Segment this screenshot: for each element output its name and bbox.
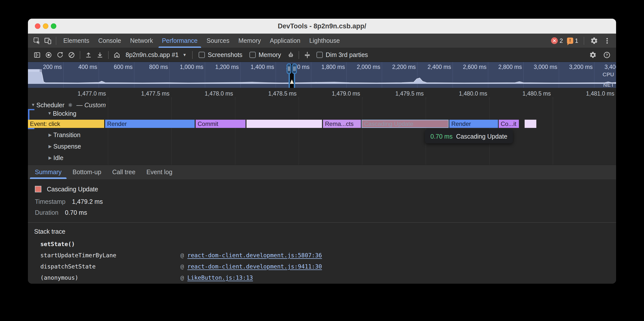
cpu-track-label: CPU xyxy=(603,71,614,78)
issues-count: 1 xyxy=(575,37,578,44)
history-select[interactable]: 8p2n9n.csb.app #1 ▼ xyxy=(126,51,187,58)
timeline-event-rema-cts[interactable]: Rema...cts xyxy=(323,120,361,128)
timeline-overview[interactable]: 200 ms400 ms600 ms800 ms1,000 ms1,200 ms… xyxy=(28,62,616,88)
expand-arrow-icon[interactable]: ▶ xyxy=(47,132,53,138)
dim-3rd-parties-checkbox[interactable]: Dim 3rd parties xyxy=(316,51,368,58)
selection-left-handle[interactable] xyxy=(286,63,291,74)
divider xyxy=(584,37,584,45)
error-icon xyxy=(551,37,558,44)
expand-arrow-icon[interactable]: ▶ xyxy=(47,155,53,160)
timeline-event-anonymous[interactable] xyxy=(524,120,536,128)
home-icon[interactable] xyxy=(111,49,122,61)
capture-settings-gear-icon[interactable] xyxy=(587,49,599,61)
chevron-down-icon: ▼ xyxy=(183,53,187,57)
help-icon[interactable]: ? xyxy=(601,49,612,61)
history-select-value: 8p2n9n.csb.app #1 xyxy=(126,51,179,58)
track-blocking[interactable]: ▼ Blocking xyxy=(28,110,616,118)
garbage-collect-icon[interactable] xyxy=(284,49,296,61)
timeline-event-render[interactable]: Render xyxy=(449,120,498,128)
ruler-tick-mark xyxy=(298,97,299,100)
details-tab-bottom-up[interactable]: Bottom-up xyxy=(67,165,107,179)
devtools-tabbar: ElementsConsoleNetworkPerformanceSources… xyxy=(28,34,616,48)
selection-right-stem xyxy=(294,72,295,88)
timeline-event-event-click[interactable]: Event: click xyxy=(28,120,104,128)
details-tabbar: SummaryBottom-upCall treeEvent log xyxy=(28,165,616,179)
reload-record-icon[interactable] xyxy=(54,49,66,61)
window-title: DevTools - 8p2n9n.csb.app/ xyxy=(28,19,616,34)
tab-application[interactable]: Application xyxy=(266,34,305,48)
tab-console[interactable]: Console xyxy=(94,34,126,48)
device-toolbar-icon[interactable] xyxy=(42,35,53,46)
ruler-tick-label: 1,480.5 ms xyxy=(501,88,551,100)
settings-gear-icon[interactable] xyxy=(589,35,600,46)
tooltip-duration: 0.70 ms xyxy=(430,133,452,140)
ruler-tick-mark xyxy=(172,97,172,100)
timeline-event-anonymous[interactable] xyxy=(246,120,322,128)
screenshots-checkbox[interactable]: Screenshots xyxy=(199,51,242,58)
details-tab-summary[interactable]: Summary xyxy=(30,165,67,179)
track-suspense[interactable]: ▶ Suspense xyxy=(28,142,616,150)
record-icon[interactable] xyxy=(43,49,54,61)
duration-value: 0.70 ms xyxy=(65,209,87,216)
toggle-sidebar-icon[interactable] xyxy=(32,49,43,61)
timeline-event-co-it[interactable]: Co...it xyxy=(499,120,519,128)
tab-network[interactable]: Network xyxy=(126,34,158,48)
duration-label: Duration xyxy=(35,209,58,216)
track-scheduler[interactable]: ▼ Scheduler — Custom xyxy=(28,101,616,109)
track-suspense-label: Suspense xyxy=(53,143,81,150)
collapse-arrow-icon[interactable]: ▼ xyxy=(46,111,53,116)
screenshots-label: Screenshots xyxy=(208,51,242,58)
selection-cpu-peak xyxy=(290,79,294,84)
timeline-event-render[interactable]: Render xyxy=(105,120,195,128)
stack-frame-source-link[interactable]: react-dom-client.development.js:9411:30 xyxy=(188,263,322,270)
stack-trace-pane: Stack trace setState()startUpdateTimerBy… xyxy=(28,222,616,284)
tab-memory[interactable]: Memory xyxy=(234,34,265,48)
blocking-events-row: Event: clickRenderCommitRema...ctsCascad… xyxy=(28,120,616,128)
timeline-event-cascading-update[interactable]: Cascading Update xyxy=(362,120,448,128)
ruler-tick-label: 1,479.5 ms xyxy=(374,88,424,100)
download-profile-icon[interactable] xyxy=(94,49,106,61)
stack-frame: startUpdateTimerByLane@react-dom-client.… xyxy=(34,250,616,261)
track-scheduler-subtitle: — Custom xyxy=(76,102,106,109)
selection-right-handle[interactable] xyxy=(292,63,297,74)
collapse-arrow-icon[interactable]: ▼ xyxy=(30,103,36,108)
track-transition[interactable]: ▶ Transition xyxy=(28,131,616,139)
summary-pane: Cascading Update Timestamp 1,479.2 ms Du… xyxy=(28,179,616,222)
details-tab-call-tree[interactable]: Call tree xyxy=(107,165,141,179)
tab-performance[interactable]: Performance xyxy=(158,34,202,48)
stack-frame-function: startUpdateTimerByLane xyxy=(40,250,180,261)
ruler-tick-label: 1,479.0 ms xyxy=(310,88,360,100)
timeline-event-commit[interactable]: Commit xyxy=(196,120,246,128)
track-transition-label: Transition xyxy=(53,131,80,139)
timestamp-value: 1,479.2 ms xyxy=(72,198,103,205)
tab-lighthouse[interactable]: Lighthouse xyxy=(305,34,344,48)
upload-profile-icon[interactable] xyxy=(83,49,94,61)
custom-track-icon xyxy=(68,102,73,108)
stack-frame-function: setState() xyxy=(40,239,180,250)
memory-checkbox[interactable]: Memory xyxy=(250,51,281,58)
clear-icon[interactable] xyxy=(66,49,77,61)
divider xyxy=(56,37,56,45)
stack-frame-source-link[interactable]: LikeButton.js:13:13 xyxy=(188,275,253,281)
details-tab-event-log[interactable]: Event log xyxy=(141,165,178,179)
checkbox-box xyxy=(316,52,323,58)
ruler-tick-mark xyxy=(235,97,235,100)
expand-arrow-icon[interactable]: ▶ xyxy=(47,144,53,149)
tab-sources[interactable]: Sources xyxy=(202,34,234,48)
issues-badge[interactable]: ! 1 xyxy=(566,37,579,44)
error-badge[interactable]: 2 xyxy=(550,37,564,44)
stack-frame-at: @ xyxy=(180,263,184,270)
titlebar: DevTools - 8p2n9n.csb.app/ xyxy=(28,19,616,34)
inspect-element-icon[interactable] xyxy=(32,35,42,46)
stack-frame-source-link[interactable]: react-dom-client.development.js:5807:36 xyxy=(188,252,322,259)
ruler-tick-mark xyxy=(489,97,490,100)
issues-icon: ! xyxy=(567,38,573,44)
ruler-tick-mark xyxy=(108,97,108,100)
track-idle[interactable]: ▶ Idle xyxy=(28,154,616,162)
more-options-icon[interactable] xyxy=(602,35,612,46)
tab-elements[interactable]: Elements xyxy=(59,34,94,48)
ruler-tick-label: 1,477.5 ms xyxy=(120,88,170,100)
track-area: ▼ Scheduler — Custom ▼ Blocking Event: c… xyxy=(28,100,616,165)
collapse-tracks-icon[interactable] xyxy=(302,49,313,61)
cpu-activity-chart xyxy=(28,67,616,84)
